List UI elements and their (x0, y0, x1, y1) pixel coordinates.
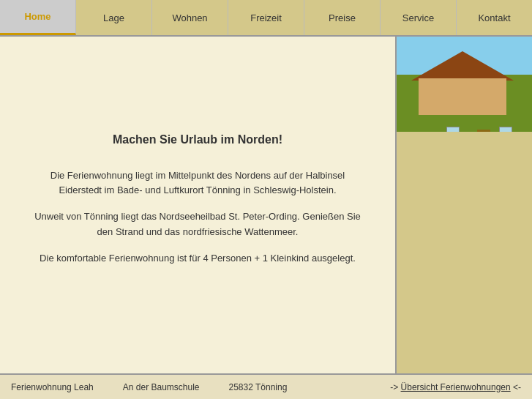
content-paragraph-2: Unweit von Tönning liegt das Nordseeheil… (29, 209, 366, 240)
house-window-right (499, 127, 512, 132)
footer-address: Ferienwohnung Leah An der Baumschule 258… (11, 382, 390, 392)
content-paragraph-3: Die komfortable Ferienwohnung ist für 4 … (29, 251, 366, 266)
sidebar-right (397, 37, 532, 373)
nav-item-lage[interactable]: Lage (76, 0, 152, 35)
footer-name: Ferienwohnung Leah (11, 382, 94, 392)
house-image (397, 37, 532, 132)
nav-item-freizeit[interactable]: Freizeit (228, 0, 304, 35)
content-area: Machen Sie Urlaub im Norden! Die Ferienw… (0, 37, 397, 373)
nav-item-preise[interactable]: Preise (304, 0, 381, 35)
house-background (397, 37, 532, 132)
house-roof (411, 51, 514, 81)
footer-street: An der Baumschule (123, 382, 200, 392)
content-paragraph-1: Die Ferienwohnung liegt im Mittelpunkt d… (29, 168, 366, 199)
footer-overview-link[interactable]: Übersicht Ferienwohnungen (401, 382, 511, 392)
footer: Ferienwohnung Leah An der Baumschule 258… (0, 373, 532, 399)
main-container: Machen Sie Urlaub im Norden! Die Ferienw… (0, 37, 532, 373)
footer-arrow-right: <- (511, 382, 521, 392)
house-body (419, 78, 506, 115)
house-door (477, 130, 490, 132)
nav-item-service[interactable]: Service (381, 0, 457, 35)
page-title: Machen Sie Urlaub im Norden! (29, 133, 366, 146)
house-window-left (446, 127, 460, 132)
footer-city: 25832 Tönning (229, 382, 288, 392)
footer-right: -> Übersicht Ferienwohnungen <- (390, 382, 521, 392)
navigation: Home Lage Wohnen Freizeit Preise Service… (0, 0, 532, 37)
nav-item-home[interactable]: Home (0, 0, 76, 35)
nav-item-kontakt[interactable]: Kontakt (457, 0, 532, 35)
nav-item-wohnen[interactable]: Wohnen (152, 0, 228, 35)
footer-arrow-left: -> (390, 382, 400, 392)
